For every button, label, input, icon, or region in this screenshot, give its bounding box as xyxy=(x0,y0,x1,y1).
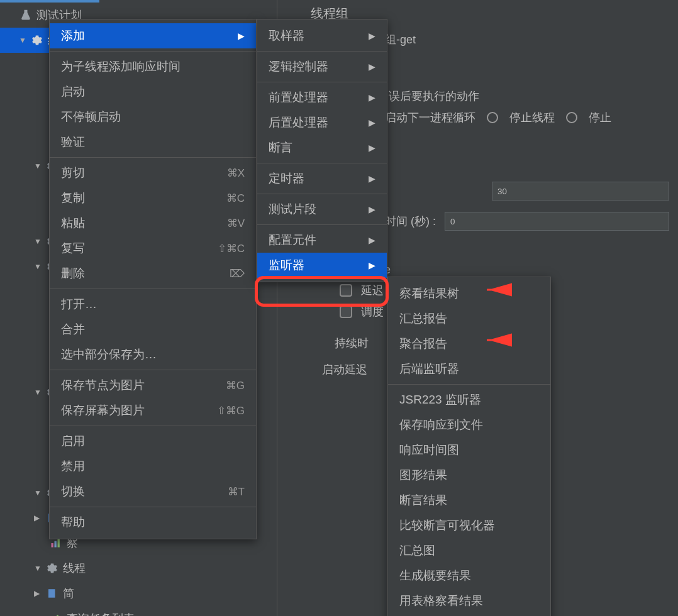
radio-stop-label: 停止 xyxy=(589,110,611,125)
menu-start-no-pause[interactable]: 不停顿启动 xyxy=(50,104,256,129)
menu-separator xyxy=(388,384,550,385)
tree-item[interactable]: ▶简 xyxy=(0,581,277,606)
menu-save-selection[interactable]: 选中部分保存为… xyxy=(50,342,256,367)
menu-view-results-tree[interactable]: 察看结果树 xyxy=(388,281,550,306)
submenu-arrow-icon: ▶ xyxy=(369,143,375,153)
menu-response-time-graph[interactable]: 响应时间图 xyxy=(388,437,550,463)
menu-label: 测试片段 xyxy=(269,201,316,217)
menu-toggle[interactable]: 切换⌘T xyxy=(50,479,256,504)
menu-paste[interactable]: 粘贴⌘V xyxy=(50,211,256,236)
tree-item-label: 简 xyxy=(63,586,74,601)
menu-separator xyxy=(257,163,387,163)
menu-enable[interactable]: 启用 xyxy=(50,429,256,454)
menu-label: 启用 xyxy=(61,433,85,449)
menu-assertion-results[interactable]: 断言结果 xyxy=(388,488,550,513)
radio-stop-thread-label: 停止线程 xyxy=(509,110,555,125)
shortcut: ⌦ xyxy=(230,267,245,280)
menu-generate-summary[interactable]: 生成概要结果 xyxy=(388,563,550,588)
submenu-arrow-icon: ▶ xyxy=(369,235,375,245)
menu-separator xyxy=(257,82,387,82)
menu-sampler[interactable]: 取样器▶ xyxy=(257,23,387,48)
menu-label: 逻辑控制器 xyxy=(269,58,328,75)
submenu-arrow-icon: ▶ xyxy=(238,31,245,41)
menu-aggregate-graph[interactable]: 汇总图 xyxy=(388,538,550,563)
menu-label: 为子线程添加响应时间 xyxy=(61,58,181,75)
menu-backend-listener[interactable]: 后端监听器 xyxy=(388,356,550,382)
menu-save-screen-img[interactable]: 保存屏幕为图片⇧⌘G xyxy=(50,398,256,423)
menu-open[interactable]: 打开… xyxy=(50,292,256,317)
menu-separator xyxy=(50,426,256,426)
menu-logic-controller[interactable]: 逻辑控制器▶ xyxy=(257,54,387,79)
active-tab-indicator xyxy=(0,0,99,3)
submenu-arrow-icon: ▶ xyxy=(369,118,375,128)
menu-label: 禁用 xyxy=(61,458,85,475)
menu-copy[interactable]: 复制⌘C xyxy=(50,185,256,211)
menu-merge[interactable]: 合并 xyxy=(50,317,256,342)
menu-label: 汇总图 xyxy=(399,542,435,559)
menu-separator xyxy=(50,289,256,289)
menu-label: 选中部分保存为… xyxy=(61,346,157,363)
menu-label: 剪切 xyxy=(61,165,85,181)
menu-save-node-img[interactable]: 保存节点为图片⌘G xyxy=(50,373,256,398)
sched-checkbox[interactable] xyxy=(340,305,352,318)
tree-item-label: 查询任务列表 xyxy=(67,611,135,616)
menu-graph-results[interactable]: 图形结果 xyxy=(388,463,550,488)
submenu-arrow-icon: ▶ xyxy=(369,62,375,72)
svg-rect-31 xyxy=(52,543,53,547)
menu-label: 察看结果树 xyxy=(399,285,459,302)
menu-delete[interactable]: 删除⌦ xyxy=(50,261,256,286)
menu-separator xyxy=(257,51,387,52)
menu-disable[interactable]: 禁用 xyxy=(50,454,256,479)
menu-jsr223[interactable]: JSR223 监听器 xyxy=(388,387,550,412)
menu-duplicate[interactable]: 复写⇧⌘C xyxy=(50,236,256,261)
radio-stop[interactable] xyxy=(566,112,577,123)
menu-post-processor[interactable]: 后置处理器▶ xyxy=(257,110,387,135)
menu-label: 响应时间图 xyxy=(399,442,459,458)
menu-label: JSR223 监听器 xyxy=(399,392,481,408)
menu-label: 保存屏幕为图片 xyxy=(61,402,145,419)
menu-label: 帮助 xyxy=(61,514,85,531)
radio-next-loop-label: 启动下一进程循环 xyxy=(385,110,475,125)
menu-label: 保存节点为图片 xyxy=(61,377,145,393)
menu-test-fragment[interactable]: 测试片段▶ xyxy=(257,197,387,222)
tree-item[interactable]: ▼线程 xyxy=(0,556,277,581)
menu-separator xyxy=(50,51,256,52)
menu-label: 断言 xyxy=(269,140,292,156)
menu-separator xyxy=(50,370,256,370)
menu-separator xyxy=(257,194,387,194)
menu-label: 删除 xyxy=(61,265,85,282)
doc-icon xyxy=(45,586,59,600)
menu-aggregate-report[interactable]: 聚合报告 xyxy=(388,331,550,356)
menu-label: 合并 xyxy=(61,321,85,338)
menu-listener[interactable]: 监听器▶ xyxy=(257,253,387,278)
flask-icon xyxy=(19,8,33,22)
menu-add-response-time[interactable]: 为子线程添加响应时间 xyxy=(50,54,256,79)
svg-rect-33 xyxy=(58,539,60,547)
menu-label: 不停顿启动 xyxy=(61,109,121,125)
menu-add[interactable]: 添加▶ xyxy=(50,23,256,48)
menu-label: 切换 xyxy=(61,483,85,500)
submenu-arrow-icon: ▶ xyxy=(369,173,375,184)
threads-input[interactable] xyxy=(492,182,669,201)
menu-validate[interactable]: 验证 xyxy=(50,129,256,155)
menu-timer[interactable]: 定时器▶ xyxy=(257,166,387,191)
menu-pre-processor[interactable]: 前置处理器▶ xyxy=(257,85,387,110)
menu-view-results-table[interactable]: 用表格察看结果 xyxy=(388,588,550,613)
menu-cut[interactable]: 剪切⌘X xyxy=(50,160,256,185)
delay-label: 延迟 xyxy=(361,283,384,298)
ramp-label: 时间 (秒) : xyxy=(385,214,436,229)
menu-save-responses[interactable]: 保存响应到文件 xyxy=(388,412,550,437)
tree-item[interactable]: 查询任务列表 xyxy=(0,606,277,616)
menu-simple-data-writer[interactable]: 简单数据写入器 xyxy=(388,613,550,616)
menu-summary-report[interactable]: 汇总报告 xyxy=(388,306,550,331)
delay-checkbox[interactable] xyxy=(340,284,352,297)
menu-assertion[interactable]: 断言▶ xyxy=(257,135,387,160)
radio-stop-thread[interactable] xyxy=(487,112,498,123)
ramp-input[interactable] xyxy=(445,212,669,231)
context-menu-add: 取样器▶ 逻辑控制器▶ 前置处理器▶ 后置处理器▶ 断言▶ 定时器▶ 测试片段▶… xyxy=(257,19,387,282)
shortcut: ⌘V xyxy=(227,217,245,230)
menu-comparison-viz[interactable]: 比较断言可视化器 xyxy=(388,513,550,538)
menu-help[interactable]: 帮助 xyxy=(50,510,256,535)
menu-config-element[interactable]: 配置元件▶ xyxy=(257,228,387,253)
menu-start[interactable]: 启动 xyxy=(50,79,256,104)
